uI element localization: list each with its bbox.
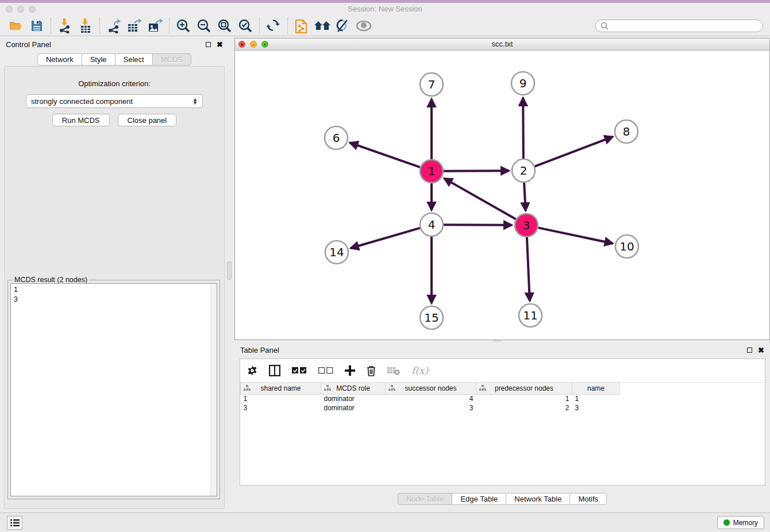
tab-network-table[interactable]: Network Table xyxy=(506,493,569,505)
column-type-icon xyxy=(479,385,486,393)
column-header-name[interactable]: name xyxy=(572,383,620,394)
control-panel-tabs: Network Style Select MCDS xyxy=(0,53,229,65)
table-options-gear-icon[interactable] xyxy=(247,365,257,376)
network-close-icon[interactable]: ✕ xyxy=(238,41,245,48)
edge-4-3[interactable] xyxy=(444,225,512,225)
network-window-title: scc.txt xyxy=(235,38,769,50)
column-header-mcds-role[interactable]: MCDS role xyxy=(321,383,386,394)
add-column-icon[interactable] xyxy=(345,365,355,376)
export-table-icon[interactable] xyxy=(124,17,145,34)
column-type-icon xyxy=(324,385,331,393)
import-network-icon[interactable] xyxy=(55,17,75,34)
delete-column-icon[interactable] xyxy=(367,365,376,376)
table-panel: Table Panel ✖ xyxy=(234,342,770,512)
optimization-criterion-select[interactable]: strongly connected component ▲▼ xyxy=(26,94,203,108)
task-history-button[interactable] xyxy=(7,516,22,530)
node-label-8: 8 xyxy=(623,125,630,138)
edge-1-6[interactable] xyxy=(350,142,421,167)
function-builder-icon[interactable]: f(x) xyxy=(411,365,428,376)
tab-motifs[interactable]: Motifs xyxy=(569,493,607,505)
edge-1-2[interactable] xyxy=(444,171,509,171)
column-header-successor-nodes[interactable]: successor nodes xyxy=(386,383,476,394)
window-title: Session: New Session xyxy=(0,3,770,16)
memory-label: Memory xyxy=(733,519,758,527)
delete-table-icon[interactable] xyxy=(387,366,400,375)
close-panel-button[interactable]: Close panel xyxy=(118,114,177,126)
edge-2-9[interactable] xyxy=(523,98,523,159)
edge-3-11[interactable] xyxy=(527,237,530,301)
edge-2-8[interactable] xyxy=(535,137,613,167)
close-window-button[interactable] xyxy=(6,6,13,13)
search-icon xyxy=(600,22,609,30)
edge-3-10[interactable] xyxy=(538,228,613,243)
mcds-result-text[interactable]: 1 3 xyxy=(10,283,217,496)
open-session-icon[interactable] xyxy=(6,17,26,34)
node-label-6: 6 xyxy=(333,131,340,145)
tab-node-table[interactable]: Node Table xyxy=(398,493,452,505)
table-toolbar: f(x) xyxy=(240,359,765,383)
network-window-titlebar[interactable]: ✕ – + scc.txt xyxy=(235,38,769,51)
edge-2-3[interactable] xyxy=(524,183,526,211)
node-label-10: 10 xyxy=(619,240,634,253)
zoom-selected-icon[interactable] xyxy=(235,17,256,34)
optimization-criterion-value: strongly connected component xyxy=(31,97,133,106)
maximize-window-button[interactable] xyxy=(29,6,36,13)
node-label-3: 3 xyxy=(523,218,530,232)
main-toolbar xyxy=(0,16,770,36)
deselect-all-checkboxes-icon[interactable] xyxy=(318,367,333,375)
hide-selected-icon[interactable] xyxy=(333,17,353,34)
mcds-result-line: 1 xyxy=(14,285,217,295)
tab-mcds[interactable]: MCDS xyxy=(152,53,191,65)
run-mcds-button[interactable]: Run MCDS xyxy=(52,114,110,126)
column-header-shared-name[interactable]: shared name xyxy=(241,383,321,394)
select-all-checkboxes-icon[interactable] xyxy=(292,367,307,375)
tab-network[interactable]: Network xyxy=(37,53,82,65)
column-layout-icon[interactable] xyxy=(269,365,280,376)
optimization-criterion-label: Optimization criterion: xyxy=(5,79,224,88)
table-tabs: Node Table Edge Table Network Table Moti… xyxy=(234,493,770,505)
float-panel-icon[interactable] xyxy=(206,42,211,47)
network-minimize-icon[interactable]: – xyxy=(250,41,257,48)
import-table-icon[interactable] xyxy=(75,17,96,34)
search-box[interactable] xyxy=(595,20,763,32)
show-all-icon[interactable] xyxy=(353,17,374,34)
vertical-splitter-grip[interactable] xyxy=(227,261,232,280)
close-panel-icon[interactable]: ✖ xyxy=(217,41,223,48)
memory-button[interactable]: Memory xyxy=(717,516,764,529)
column-header-predecessor-nodes[interactable]: predecessor nodes xyxy=(476,383,572,394)
mcds-result-line: 3 xyxy=(14,295,217,304)
edge-4-14[interactable] xyxy=(351,228,420,248)
mcds-result-groupbox: MCDS result (2 nodes) 1 3 xyxy=(7,280,220,499)
node-table-content: f(x) shared name MCDS role successor nod… xyxy=(240,358,765,485)
edge-3-1[interactable] xyxy=(444,178,516,219)
network-view-window: ✕ – + scc.txt 7968124314101511 xyxy=(234,38,770,340)
new-network-from-selection-icon[interactable] xyxy=(291,17,312,34)
toolbar-separator xyxy=(99,18,100,34)
tab-style[interactable]: Style xyxy=(82,53,115,65)
node-label-2: 2 xyxy=(520,164,528,178)
tab-edge-table[interactable]: Edge Table xyxy=(452,493,506,505)
node-label-1: 1 xyxy=(428,164,436,178)
network-maximize-icon[interactable]: + xyxy=(261,41,268,48)
table-row[interactable]: 3 dominator 3 2 3 xyxy=(241,403,620,413)
export-image-icon[interactable] xyxy=(145,17,165,34)
column-type-icon xyxy=(388,385,395,393)
close-panel-icon[interactable]: ✖ xyxy=(758,346,764,354)
save-session-icon[interactable] xyxy=(26,17,47,34)
column-type-icon xyxy=(244,385,251,393)
zoom-out-icon[interactable] xyxy=(194,17,214,34)
scrollbar[interactable] xyxy=(210,284,217,496)
tab-select[interactable]: Select xyxy=(115,53,152,65)
float-panel-icon[interactable] xyxy=(747,348,752,353)
network-canvas[interactable]: 7968124314101511 xyxy=(235,51,769,340)
control-panel: Control Panel ✖ Network Style Select MCD… xyxy=(0,36,229,512)
export-network-icon[interactable] xyxy=(103,17,124,34)
search-input[interactable] xyxy=(611,22,758,30)
zoom-in-icon[interactable] xyxy=(173,17,194,34)
zoom-fit-icon[interactable] xyxy=(214,17,235,34)
first-neighbors-icon[interactable] xyxy=(312,17,333,34)
minimize-window-button[interactable] xyxy=(17,6,24,13)
refresh-view-icon[interactable] xyxy=(263,17,284,34)
table-row[interactable]: 1 dominator 4 1 1 xyxy=(241,394,620,403)
node-table: shared name MCDS role successor nodes pr… xyxy=(240,383,620,413)
